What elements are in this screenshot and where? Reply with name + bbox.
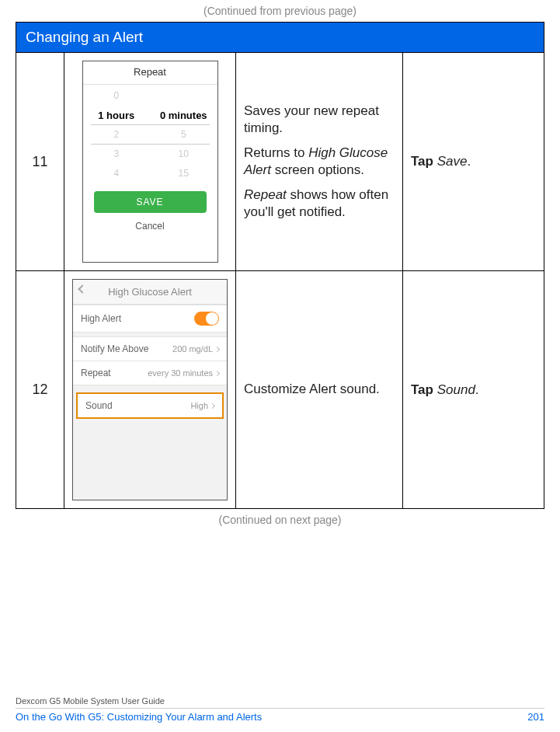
picker-minutes-option: 15	[150, 164, 217, 183]
nav-bar: High Glucose Alert	[73, 280, 227, 305]
continued-from-note: (Continued from previous page)	[16, 0, 544, 22]
picker-hours-selected: 1 hours	[83, 106, 151, 125]
step-number: 12	[16, 271, 64, 509]
table-header: Changing an Alert	[16, 23, 544, 53]
picker-minutes-option: 10	[150, 145, 217, 164]
screenshot-repeat-picker: Repeat 0 1 hours 2 3 4	[82, 61, 218, 263]
description-cell: Customize Alert sound.	[236, 271, 403, 509]
row-repeat: Repeat every 30 minutes	[73, 361, 227, 385]
page-footer: Dexcom G5 Mobile System User Guide On th…	[16, 696, 544, 723]
description-text: Repeat shows how often you'll get notifi…	[244, 186, 395, 221]
back-icon	[78, 284, 86, 293]
table-row: 11 Repeat 0 1 hours 2 3	[16, 53, 544, 271]
description-text: Saves your new repeat timing.	[244, 103, 395, 137]
chevron-right-icon	[210, 403, 215, 408]
row-sound: Sound High	[78, 394, 222, 417]
picker-minutes-option: 5	[150, 125, 217, 145]
sound-row-highlight: Sound High	[76, 392, 224, 419]
time-picker: 0 1 hours 2 3 4 0 minutes	[83, 86, 217, 183]
action-cell: Tap Save.	[403, 53, 544, 271]
row-notify-above: Notify Me Above 200 mg/dL	[73, 336, 227, 361]
screenshot-cell: High Glucose Alert High Alert Notify Me …	[64, 271, 236, 509]
continued-on-note: (Continued on next page)	[16, 509, 544, 531]
screenshot-high-glucose-alert: High Glucose Alert High Alert Notify Me …	[72, 279, 228, 500]
row-high-alert: High Alert	[73, 305, 227, 333]
picker-hours-option: 3	[83, 145, 151, 164]
table-row: 12 High Glucose Alert High Alert Notify …	[16, 271, 544, 509]
description-text: Customize Alert sound.	[244, 381, 395, 398]
picker-hours-option: 2	[83, 125, 151, 145]
screenshot-cell: Repeat 0 1 hours 2 3 4	[64, 53, 236, 271]
picker-hours-option: 4	[83, 164, 151, 183]
step-number: 11	[16, 53, 64, 271]
nav-title: High Glucose Alert	[108, 286, 192, 298]
picker-minutes-selected: 0 minutes	[150, 106, 217, 125]
instruction-table: Changing an Alert 11 Repeat 0 1 hours	[16, 22, 544, 509]
save-button: SAVE	[94, 191, 207, 213]
action-cell: Tap Sound.	[403, 271, 544, 509]
page-number: 201	[527, 711, 544, 723]
chevron-right-icon	[214, 346, 220, 351]
description-text: Returns to High Glucose Alert screen opt…	[244, 145, 395, 179]
description-cell: Saves your new repeat timing. Returns to…	[236, 53, 403, 271]
chevron-right-icon	[214, 370, 220, 375]
picker-hours-option: 0	[83, 86, 151, 106]
screenshot-title: Repeat	[83, 61, 217, 82]
cancel-button: Cancel	[83, 218, 217, 235]
toggle-on-icon	[194, 312, 219, 326]
chapter-title: On the Go With G5: Customizing Your Alar…	[16, 711, 262, 723]
guide-title: Dexcom G5 Mobile System User Guide	[16, 696, 544, 709]
